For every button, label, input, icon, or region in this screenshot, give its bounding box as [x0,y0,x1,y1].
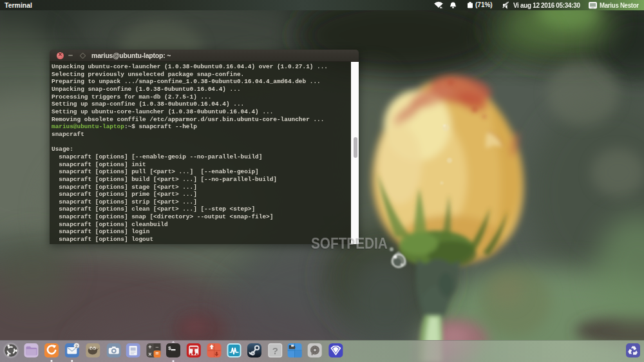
svg-text:?: ? [272,345,278,356]
svg-text:=: = [155,350,158,357]
svg-text:−: − [155,344,158,350]
svg-text:$: $ [168,345,171,351]
svg-text:×: × [148,351,151,357]
svg-text:2: 2 [75,343,78,349]
svg-text:+: + [148,344,151,350]
